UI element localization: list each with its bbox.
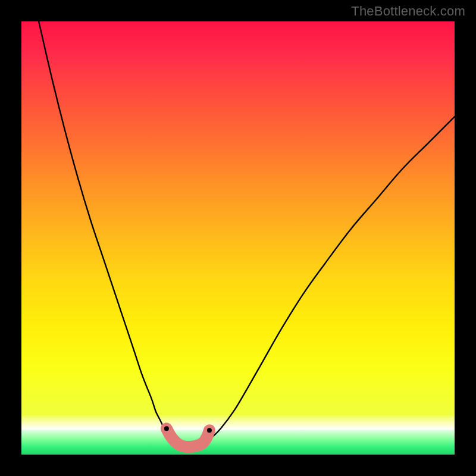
plot-area [21, 21, 455, 455]
band-endpoint-0 [164, 426, 169, 431]
chart-frame: TheBottleneck.com [0, 0, 476, 476]
band-endpoint-1 [207, 428, 212, 433]
right-curve [203, 117, 455, 444]
highlight-band [167, 428, 209, 447]
watermark-text: TheBottleneck.com [351, 4, 465, 19]
curve-layer [21, 21, 455, 455]
left-curve [39, 21, 177, 444]
